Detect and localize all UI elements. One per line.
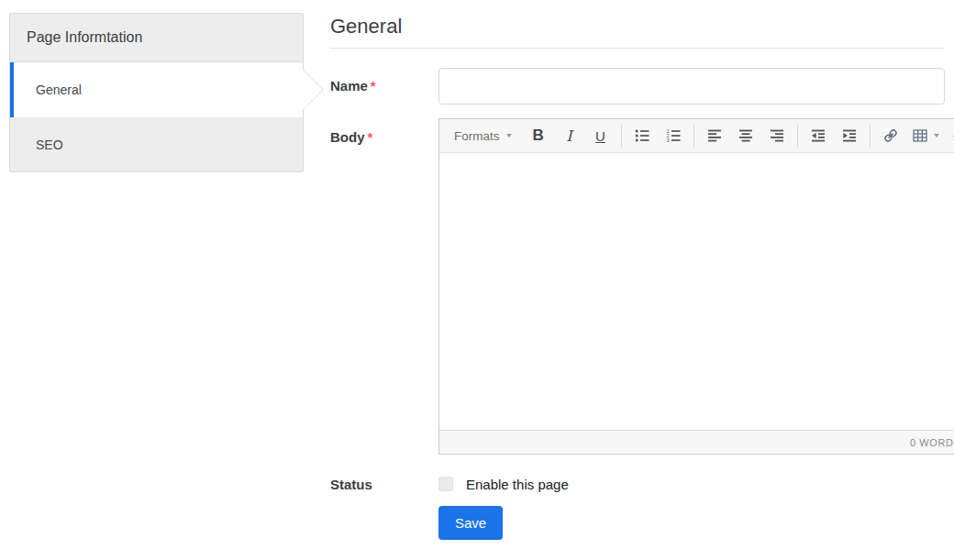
name-label-text: Name [330, 78, 368, 93]
sidebar-title: Page Informtation [10, 14, 303, 62]
save-row: Save [330, 506, 945, 540]
underline-icon: U [595, 128, 605, 144]
outdent-button[interactable] [805, 123, 831, 148]
sidebar: Page Informtation General SEO [9, 13, 304, 172]
title-divider [330, 48, 945, 49]
body-row: Body* Formats B I U [330, 118, 945, 455]
body-label-text: Body [330, 129, 365, 145]
body-editor: Formats B I U 1 [438, 118, 954, 455]
table-icon [913, 128, 927, 143]
italic-icon: I [566, 127, 571, 145]
toolbar-separator [870, 125, 871, 148]
svg-text:3: 3 [666, 137, 669, 143]
source-code-button[interactable]: <> [949, 123, 954, 148]
unordered-list-button[interactable] [629, 123, 655, 148]
page-title: General [330, 14, 945, 39]
bold-button[interactable]: B [526, 123, 551, 148]
word-count: 0 WORDS [910, 437, 954, 448]
save-control: Save [438, 506, 945, 540]
indent-icon [842, 128, 857, 143]
sidebar-tab-general-label: General [36, 82, 82, 97]
body-label: Body* [330, 118, 438, 455]
status-label-text: Status [330, 477, 372, 492]
outdent-icon [811, 128, 826, 143]
toolbar-separator [797, 125, 798, 148]
name-required-asterisk: * [371, 78, 376, 93]
editor-statusbar: 0 WORDS [439, 430, 954, 454]
table-button[interactable] [909, 123, 944, 148]
chevron-down-icon [506, 134, 512, 137]
formats-dropdown[interactable]: Formats [447, 123, 519, 148]
sidebar-tab-seo[interactable]: SEO [10, 117, 303, 171]
link-icon [883, 128, 898, 143]
align-left-button[interactable] [702, 123, 727, 148]
main-panel: General Name* Body* Formats B I [330, 0, 945, 540]
body-control: Formats B I U 1 [438, 118, 954, 455]
status-row: Status Enable this page [330, 476, 945, 492]
unordered-list-icon [635, 128, 649, 143]
editor-toolbar: Formats B I U 1 [439, 119, 954, 153]
align-right-icon [770, 128, 784, 143]
body-required-asterisk: * [368, 129, 373, 145]
toolbar-separator [693, 125, 694, 148]
underline-button[interactable]: U [588, 123, 614, 148]
name-input[interactable] [438, 68, 945, 104]
align-center-button[interactable] [733, 123, 759, 148]
toolbar-separator [621, 125, 622, 148]
bold-icon: B [532, 126, 543, 145]
chevron-down-icon [934, 134, 939, 137]
status-label: Status [330, 476, 438, 492]
ordered-list-icon: 1 2 3 [666, 128, 681, 143]
sidebar-tab-general[interactable]: General [10, 62, 303, 117]
enable-page-label[interactable]: Enable this page [466, 477, 569, 492]
name-label: Name* [330, 68, 438, 104]
formats-label: Formats [454, 129, 500, 143]
save-row-spacer [330, 506, 438, 540]
align-center-icon [738, 128, 753, 143]
italic-button[interactable]: I [557, 123, 582, 148]
indent-button[interactable] [837, 123, 862, 148]
save-button[interactable]: Save [438, 506, 503, 540]
status-control: Enable this page [438, 476, 945, 492]
sidebar-tab-seo-label: SEO [36, 137, 63, 152]
ordered-list-button[interactable]: 1 2 3 [660, 123, 686, 148]
align-left-icon [707, 128, 722, 143]
name-row: Name* [330, 68, 945, 104]
insert-link-button[interactable] [878, 123, 904, 148]
align-right-button[interactable] [764, 123, 790, 148]
editor-content[interactable] [439, 153, 954, 430]
enable-page-checkbox[interactable] [438, 477, 453, 491]
name-control [438, 68, 945, 104]
